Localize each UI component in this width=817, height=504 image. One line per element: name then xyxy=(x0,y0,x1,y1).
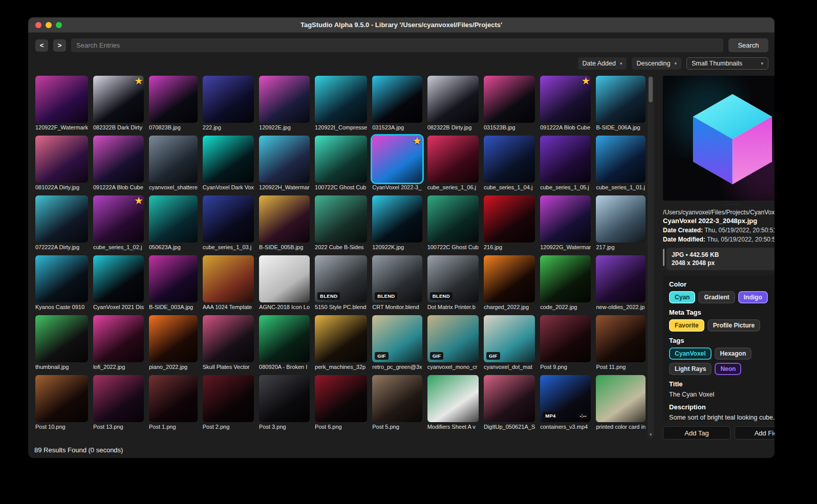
thumbnail[interactable] xyxy=(203,76,254,123)
thumbnail[interactable] xyxy=(93,375,144,422)
grid-item[interactable]: DigItUp_050621A_S xyxy=(484,375,535,431)
panel-resize-handle[interactable]: ······ xyxy=(663,202,775,207)
search-input[interactable] xyxy=(71,38,723,52)
grid-item[interactable]: Kyanos Caste 0910 xyxy=(35,255,88,311)
thumbnail[interactable] xyxy=(427,76,479,123)
thumbnail[interactable] xyxy=(149,255,198,302)
thumbnail[interactable] xyxy=(372,375,422,422)
thumbnail[interactable] xyxy=(259,255,310,302)
grid-item[interactable]: 222.jpg xyxy=(203,76,254,132)
thumbnail[interactable] xyxy=(203,195,254,243)
grid-item[interactable]: AAA 1024 Template xyxy=(203,255,254,311)
grid-item[interactable]: 120922F_Watermark xyxy=(35,76,88,132)
thumbnail[interactable] xyxy=(315,195,367,243)
grid-item[interactable]: GIFcyanvoxel_dot_mat xyxy=(484,315,535,371)
thumbnail[interactable] xyxy=(484,375,535,422)
grid-item[interactable]: GIFcyanvoxel_mono_cr xyxy=(427,315,479,371)
grid-item[interactable]: Post 10.png xyxy=(35,375,88,431)
grid-item[interactable]: cube_series_1_05.j xyxy=(540,136,591,191)
thumbnail[interactable] xyxy=(596,255,646,302)
grid-item[interactable]: BLENDDot Matrix Printer.b xyxy=(427,255,479,311)
grid-item[interactable]: ★082322B Dark Dirty xyxy=(93,76,144,132)
thumbnail-size-dropdown[interactable]: Small Thumbnails ▾ xyxy=(686,57,768,70)
grid-item[interactable]: ★091222A Blob Cube xyxy=(540,76,591,132)
thumbnail[interactable] xyxy=(315,375,367,422)
thumbnail[interactable] xyxy=(427,136,479,183)
grid-item[interactable]: 120922I_Compresse xyxy=(315,76,367,132)
thumbnail[interactable] xyxy=(93,255,144,302)
thumbnail[interactable]: ★ xyxy=(93,76,144,123)
thumbnail[interactable] xyxy=(149,315,198,362)
grid-item[interactable]: 120922K.jpg xyxy=(372,195,422,251)
grid-item[interactable]: 120922E.jpg xyxy=(259,76,310,132)
grid-item[interactable]: 082322B Dirty.jpg xyxy=(427,76,479,132)
thumbnail[interactable] xyxy=(596,76,646,123)
tag-pill-cyan[interactable]: Cyan xyxy=(669,291,695,303)
grid-item[interactable]: 091222A Blob Cube xyxy=(93,136,144,191)
add-field-button[interactable]: Add Field xyxy=(735,426,775,440)
grid-item[interactable]: charged_2022.jpg xyxy=(484,255,535,311)
add-tag-button[interactable]: Add Tag xyxy=(663,426,730,440)
thumbnail[interactable] xyxy=(315,315,367,362)
tag-pill-favorite[interactable]: Favorite xyxy=(669,319,704,332)
thumbnail[interactable] xyxy=(35,195,88,243)
tag-pill-cyanvoxel[interactable]: CyanVoxel xyxy=(669,347,711,360)
thumbnail[interactable] xyxy=(484,195,535,243)
thumbnail[interactable] xyxy=(540,255,591,302)
grid-item[interactable]: Post 5.png xyxy=(372,375,422,431)
grid-item[interactable]: perk_machines_32p xyxy=(315,315,367,371)
thumbnail[interactable] xyxy=(203,255,254,302)
grid-item[interactable]: thumbnail.jpg xyxy=(35,315,88,371)
grid-item[interactable]: new-oldies_2022.jp xyxy=(596,255,646,311)
thumbnail[interactable] xyxy=(259,136,310,183)
thumbnail[interactable] xyxy=(596,195,646,243)
thumbnail[interactable] xyxy=(596,315,646,362)
grid-item[interactable]: MP4-:--containers_v3.mp4 xyxy=(540,375,591,431)
grid-item[interactable]: 216.jpg xyxy=(484,195,535,251)
thumbnail[interactable]: ★ xyxy=(540,76,591,123)
close-button[interactable] xyxy=(35,22,41,28)
thumbnail[interactable] xyxy=(540,195,591,243)
thumbnail[interactable] xyxy=(35,315,88,362)
grid-item[interactable]: Post 3.png xyxy=(259,375,310,431)
grid-item[interactable]: BLEND5150 Style PC.blend xyxy=(315,255,367,311)
thumbnail[interactable]: MP4-:-- xyxy=(540,375,591,422)
thumbnail[interactable] xyxy=(93,315,144,362)
grid-item[interactable]: ★cube_series_1_02.j xyxy=(93,195,144,251)
grid-item[interactable]: CyanVoxel 2021 Dis xyxy=(93,255,144,311)
thumbnail[interactable]: ★ xyxy=(93,195,144,243)
thumbnail[interactable] xyxy=(540,136,591,183)
forward-button[interactable]: > xyxy=(53,39,66,52)
thumbnail[interactable] xyxy=(203,136,254,183)
grid-item[interactable]: 070823B.jpg xyxy=(149,76,198,132)
tag-pill-neon[interactable]: Neon xyxy=(715,363,741,375)
grid-item[interactable]: B-SIDE_006A.jpg xyxy=(596,76,646,132)
grid-item[interactable]: CyanVoxel Dark Vox xyxy=(203,136,254,191)
grid-item[interactable]: 100722C Ghost Cub xyxy=(427,195,479,251)
grid-item[interactable]: 072222A Dirty.jpg xyxy=(35,195,88,251)
grid-item[interactable]: 2022 Cube B-Sides xyxy=(315,195,367,251)
thumbnail[interactable] xyxy=(484,255,535,302)
thumbnail[interactable] xyxy=(149,195,198,243)
thumbnail[interactable] xyxy=(540,315,591,362)
thumbnail[interactable]: BLEND xyxy=(372,255,422,302)
thumbnail[interactable] xyxy=(259,76,310,123)
grid-item[interactable]: lofi_2022.jpg xyxy=(93,315,144,371)
thumbnail[interactable] xyxy=(315,76,367,123)
thumbnail[interactable] xyxy=(427,375,479,422)
thumbnail[interactable] xyxy=(427,195,479,243)
thumbnail[interactable] xyxy=(484,76,535,123)
tag-pill-indigo[interactable]: Indigo xyxy=(738,291,768,303)
grid-item[interactable]: printed color card in xyxy=(596,375,646,431)
grid-item[interactable]: B-SIDE_005B.jpg xyxy=(259,195,310,251)
thumbnail[interactable] xyxy=(149,76,198,123)
sort-field-dropdown[interactable]: Date Added ▾ xyxy=(578,57,627,70)
scroll-down-icon[interactable]: ▼ xyxy=(648,432,654,437)
grid-item[interactable]: 031523A.jpg xyxy=(372,76,422,132)
grid-item[interactable]: B-SIDE_003A.jpg xyxy=(149,255,198,311)
thumbnail[interactable]: GIF xyxy=(372,315,422,362)
grid-item[interactable]: AGNC-2018 Icon Lo xyxy=(259,255,310,311)
sort-direction-dropdown[interactable]: Descending ▾ xyxy=(632,57,681,70)
thumbnail[interactable] xyxy=(203,375,254,422)
grid-item[interactable]: 120922G_Watermar xyxy=(540,195,591,251)
